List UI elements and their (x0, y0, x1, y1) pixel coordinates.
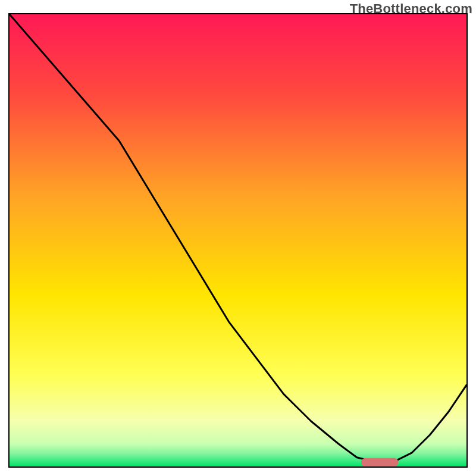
plot-area (10, 14, 466, 466)
plot-frame (8, 13, 468, 468)
bottleneck-chart: TheBottleneck.com (0, 0, 476, 476)
plot-svg (10, 14, 466, 466)
optimal-range-marker (361, 458, 397, 466)
gradient-background (10, 14, 466, 466)
watermark-label: TheBottleneck.com (350, 1, 472, 17)
